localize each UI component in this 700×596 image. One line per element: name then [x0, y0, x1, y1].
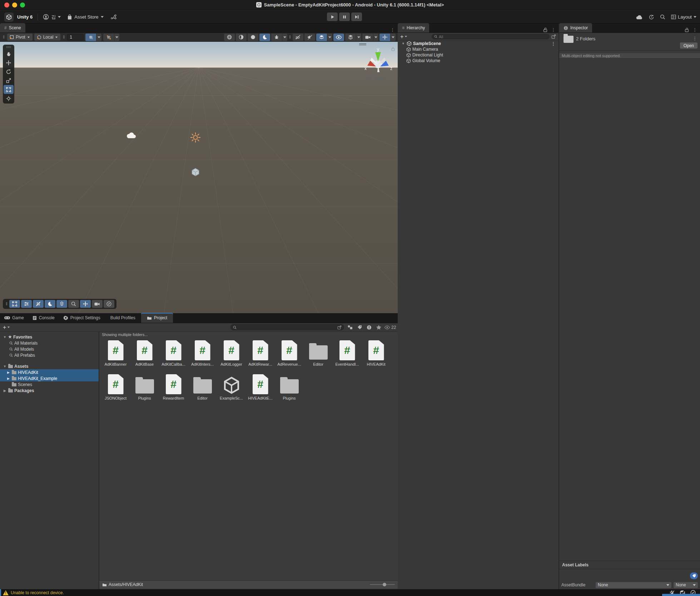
gizmo-axes-button[interactable]	[379, 34, 390, 41]
sidebar-favorites[interactable]: ▼ ★ Favorites	[0, 334, 99, 340]
overlay-grip-icon[interactable]	[4, 46, 14, 49]
asset-script[interactable]: #HIVEAdKitE...	[246, 374, 275, 400]
asset-folder[interactable]: Editor	[304, 340, 333, 366]
assetbundle-variant-dropdown[interactable]: None	[674, 582, 698, 588]
shaded-solid-button[interactable]	[248, 34, 258, 41]
layers-stack-button[interactable]	[345, 34, 356, 41]
shaded-half-button[interactable]	[236, 34, 247, 41]
asset-script[interactable]: #AdKitLogger	[217, 340, 246, 366]
unlock-icon[interactable]	[685, 27, 689, 32]
asset-scene[interactable]: ExampleSc...	[217, 374, 246, 400]
sidebar-packages[interactable]: ▶ Packages	[0, 387, 99, 394]
unity-logo-icon[interactable]	[4, 12, 14, 22]
shaded-wireframe-button[interactable]	[224, 34, 235, 41]
tab-build-profiles[interactable]: Build Profiles	[105, 313, 141, 323]
grid-snap-dropdown[interactable]	[114, 34, 119, 41]
overlay-grip-icon[interactable]	[359, 43, 366, 46]
sidebar-favorite-item[interactable]: All Materials	[0, 340, 99, 346]
gizmo-axes-dropdown[interactable]	[391, 34, 396, 41]
close-window-button[interactable]	[4, 2, 9, 7]
hierarchy-item[interactable]: Global Volume	[398, 58, 558, 64]
asset-folder[interactable]: Editor	[188, 374, 217, 400]
lock-icon[interactable]	[543, 27, 547, 32]
camera-view-dropdown[interactable]	[373, 34, 378, 41]
cloud-button[interactable]	[636, 15, 643, 20]
tab-project[interactable]: Project	[141, 313, 173, 323]
caret-right-icon[interactable]: ▶	[6, 377, 10, 380]
asset-script[interactable]: #HIVEAdKit	[362, 340, 391, 366]
drag-handle-icon[interactable]: ‖	[6, 301, 8, 306]
pause-button[interactable]	[339, 12, 350, 21]
scene-menu-kebab[interactable]: ⋮	[390, 27, 395, 32]
minimize-window-button[interactable]	[12, 2, 17, 7]
tab-hierarchy[interactable]: ≡ Hierarchy	[398, 23, 429, 32]
scene-viewport[interactable]: y x z < Persp ‖	[0, 42, 398, 313]
step-button[interactable]	[351, 12, 362, 21]
hierarchy-scene-row[interactable]: ▼ SampleScene ⋮	[398, 41, 558, 46]
orientation-dropdown[interactable]: Local	[34, 34, 61, 41]
caret-right-icon[interactable]: ▶	[6, 371, 10, 374]
sidebar-folder-hiveadkit_example[interactable]: ▶HIVEAdKit_Example	[0, 375, 99, 381]
favorites-star-icon[interactable]	[376, 325, 381, 330]
layers-stack-dropdown[interactable]	[356, 34, 361, 41]
debug-bug-dropdown[interactable]	[282, 34, 287, 41]
hand-tool-button[interactable]	[4, 49, 14, 58]
camera-view-button[interactable]	[362, 34, 373, 41]
move-cross-button[interactable]	[80, 300, 91, 308]
pivot-dropdown[interactable]: Pivot	[7, 34, 33, 41]
thumbnail-size-slider[interactable]	[370, 584, 395, 585]
rect-tool-button[interactable]	[9, 300, 20, 308]
play-button[interactable]	[327, 12, 338, 21]
asset-script[interactable]: #AdRevenue...	[275, 340, 304, 366]
tab-inspector[interactable]: Inspector	[559, 23, 592, 32]
project-search-input[interactable]	[238, 325, 336, 330]
grid-visibility-button[interactable]: Y	[85, 34, 96, 41]
transform-tool-button[interactable]	[4, 94, 14, 103]
grid-snap-button[interactable]	[103, 34, 114, 41]
sidebar-favorite-item[interactable]: All Models	[0, 346, 99, 352]
asset-script[interactable]: #AdKitCallba...	[159, 340, 188, 366]
asset-folder[interactable]: Plugins	[130, 374, 159, 400]
sidebar-folder-scenes[interactable]: Scenes	[0, 381, 99, 387]
scale-tool-button[interactable]	[4, 76, 14, 85]
scene-picker-icon[interactable]	[551, 34, 556, 39]
shapes-button[interactable]	[56, 300, 67, 308]
asset-folder[interactable]: Plugins	[275, 374, 304, 400]
asset-script[interactable]: #JSONObject	[101, 374, 130, 400]
sliders-button[interactable]	[21, 300, 32, 308]
asset-script[interactable]: #AdKitRewar...	[246, 340, 275, 366]
zoom-window-button[interactable]	[20, 2, 25, 7]
directional-light-gizmo[interactable]	[190, 132, 201, 143]
version-control-button[interactable]	[111, 14, 117, 20]
create-asset-dropdown[interactable]: +	[3, 324, 10, 331]
caret-down-icon[interactable]: ▼	[401, 42, 405, 45]
hierarchy-menu-kebab[interactable]: ⋮	[551, 27, 556, 32]
asset-script[interactable]: #EventHandl...	[333, 340, 362, 366]
camera-gizmo[interactable]	[126, 132, 136, 139]
tab-game[interactable]: Game	[0, 313, 28, 323]
open-button[interactable]: Open	[680, 42, 697, 49]
visibility-toggle[interactable]: 22	[384, 325, 396, 330]
sidebar-favorite-item[interactable]: All Prefabs	[0, 352, 99, 358]
drag-handle-icon[interactable]: ‖	[3, 35, 5, 40]
scene-row-kebab[interactable]: ⋮	[551, 41, 558, 46]
compass-button[interactable]	[104, 300, 114, 308]
filter-by-label-icon[interactable]	[357, 325, 362, 330]
hierarchy-search-input[interactable]	[439, 35, 547, 39]
crescent-button[interactable]	[45, 300, 55, 308]
magnifier-button[interactable]	[68, 300, 79, 308]
camera-view-button[interactable]	[92, 300, 103, 308]
assetbundle-dropdown[interactable]: None	[596, 582, 671, 588]
grid-visibility-dropdown[interactable]	[96, 34, 101, 41]
hierarchy-item[interactable]: Main Camera	[398, 46, 558, 52]
tab-project-settings[interactable]: Project Settings	[59, 313, 105, 323]
sidebar-assets[interactable]: ▼ Assets	[0, 363, 99, 369]
projection-toggle[interactable]: < Persp	[365, 75, 385, 81]
tab-console[interactable]: Console	[28, 313, 59, 323]
move-tool-button[interactable]	[4, 58, 14, 67]
asset-store-menu[interactable]: Asset Store	[67, 14, 103, 20]
global-volume-gizmo[interactable]	[191, 167, 200, 177]
slider-knob[interactable]	[383, 583, 386, 586]
asset-script[interactable]: #AdKitInters...	[188, 340, 217, 366]
layout-dropdown[interactable]: Layout	[671, 14, 696, 20]
